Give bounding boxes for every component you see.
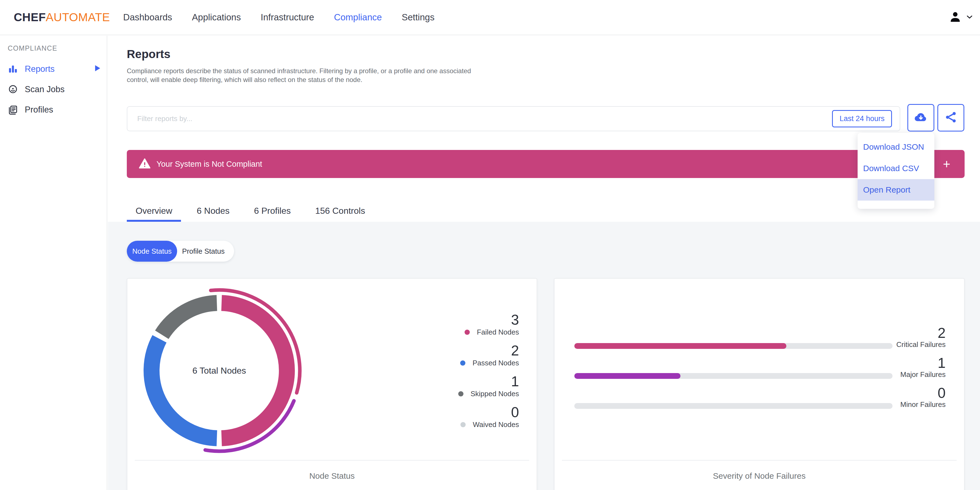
top-header: CHEFAUTOMATE Dashboards Applications Inf… [0,0,980,35]
main-content: Reports Compliance reports describe the … [108,36,980,490]
menu-item-open-report[interactable]: Open Report [858,179,934,200]
legend-item-failed: 3 Failed Nodes [458,312,519,336]
major-bar-fill [574,373,681,379]
submenu-arrow-icon [95,64,101,74]
minor-failures-count: 0 [900,385,946,401]
waived-dot-icon [460,422,466,427]
critical-bar-track [574,343,892,349]
not-compliant-banner: Your System is Not Compliant ta + [127,150,965,178]
menu-item-download-csv[interactable]: Download CSV [858,158,934,179]
critical-bar-fill [574,343,786,349]
share-icon [944,110,958,125]
failed-nodes-count: 3 [458,312,519,328]
legend-item-passed: 2 Passed Nodes [458,343,519,367]
sidebar-item-profiles[interactable]: Profiles [0,100,107,120]
donut-center-label: 6 Total Nodes [129,280,310,461]
severity-bars: 2 Critical Failures 1 Major Failures 0 M… [555,328,964,417]
sidebar-item-label: Reports [25,64,55,74]
critical-failures-count: 2 [896,325,946,340]
major-bar-track [574,373,892,379]
node-status-caption: Node Status [127,471,537,480]
toggle-node-status[interactable]: Node Status [127,241,177,262]
major-failures-label: Major Failures [900,371,946,378]
warning-triangle-icon [138,157,151,171]
waived-nodes-count: 0 [458,404,519,420]
scan-target-icon [8,84,19,95]
download-button[interactable] [907,104,934,132]
logo-automate-text: AUTOMATE [46,11,110,24]
nav-infrastructure[interactable]: Infrastructure [261,12,314,22]
legend-item-waived: 0 Waived Nodes [458,404,519,429]
nav-settings[interactable]: Settings [402,12,434,22]
download-menu: Download JSON Download CSV Open Report [858,133,934,209]
passed-dot-icon [460,360,465,366]
page-title: Reports [127,47,475,61]
filter-placeholder: Filter reports by... [137,107,192,131]
page-description: Compliance reports describe the status o… [127,67,475,84]
chef-automate-logo[interactable]: CHEFAUTOMATE [14,11,110,24]
time-range-button[interactable]: Last 24 hours [832,110,892,127]
sidebar-section-label: COMPLIANCE [8,44,107,52]
nav-dashboards[interactable]: Dashboards [123,12,172,22]
sidebar-item-label: Scan Jobs [25,84,65,94]
skipped-dot-icon [458,391,463,396]
sidebar-item-reports[interactable]: Reports [0,59,107,79]
sidebar: COMPLIANCE Reports Scan Jobs Profiles [0,36,107,490]
legend-label: Failed Nodes [477,328,519,336]
documents-icon [8,104,19,115]
chevron-down-icon [966,13,974,22]
tab-nodes[interactable]: 6 Nodes [188,200,238,222]
report-tabs: Overview 6 Nodes 6 Profiles 156 Controls [127,200,381,222]
severity-row-critical: 2 Critical Failures [555,328,964,357]
sidebar-item-label: Profiles [25,105,53,115]
card-divider [562,460,957,461]
critical-failures-label: Critical Failures [896,340,946,348]
minor-failures-label: Minor Failures [900,401,946,408]
nav-compliance[interactable]: Compliance [334,12,382,22]
user-menu[interactable] [949,10,974,24]
node-status-card: 6 Total Nodes 3 Failed Nodes 2 Passed No… [127,278,537,490]
sidebar-item-scan-jobs[interactable]: Scan Jobs [0,79,107,100]
tab-controls[interactable]: 156 Controls [306,200,374,222]
card-divider [135,460,529,461]
plus-icon[interactable]: + [943,158,950,170]
legend-label: Skipped Nodes [471,390,519,398]
toggle-profile-status[interactable]: Profile Status [177,241,234,262]
node-status-legend: 3 Failed Nodes 2 Passed Nodes 1 Skipped … [458,312,519,435]
filter-reports-input[interactable]: Filter reports by... Last 24 hours [127,106,900,131]
severity-row-minor: 0 Minor Failures [555,387,964,417]
logo-chef-text: CHEF [14,11,46,24]
legend-item-skipped: 1 Skipped Nodes [458,374,519,398]
legend-label: Waived Nodes [473,420,519,429]
severity-row-major: 1 Major Failures [555,357,964,387]
banner-message: Your System is Not Compliant [156,159,262,169]
nav-applications[interactable]: Applications [192,12,241,22]
top-nav: Dashboards Applications Infrastructure C… [123,12,434,22]
minor-bar-track [574,403,892,409]
legend-label: Passed Nodes [473,359,519,367]
passed-nodes-count: 2 [458,343,519,358]
tab-overview[interactable]: Overview [127,200,181,222]
user-profile-icon [949,10,962,24]
failed-dot-icon [465,329,470,335]
severity-card: 2 Critical Failures 1 Major Failures 0 M… [554,278,965,490]
menu-item-download-json[interactable]: Download JSON [858,136,934,158]
bar-chart-icon [8,64,19,75]
share-button[interactable] [937,104,964,132]
severity-caption: Severity of Node Failures [555,471,964,480]
skipped-nodes-count: 1 [458,374,519,389]
cloud-download-icon [914,110,928,126]
status-toggle: Node Status Profile Status [127,241,234,262]
major-failures-count: 1 [900,355,946,371]
tab-profiles[interactable]: 6 Profiles [245,200,299,222]
